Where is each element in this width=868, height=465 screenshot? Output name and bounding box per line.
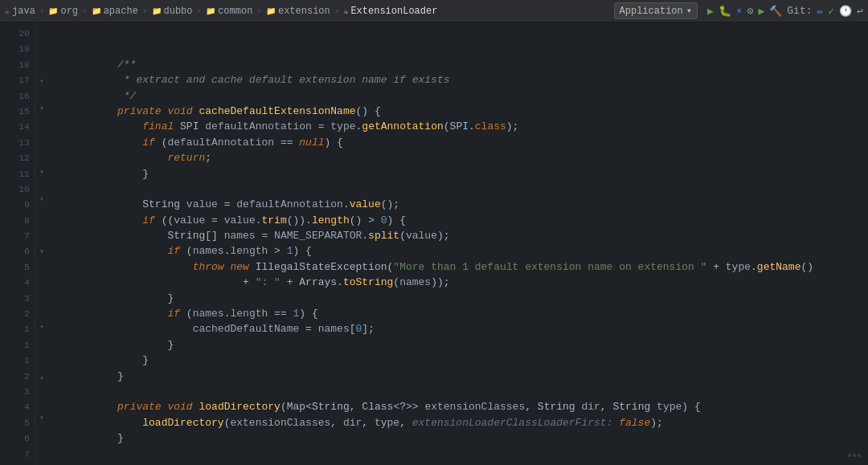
folder-icon-3: 📁 — [152, 6, 162, 16]
line-num: 7 — [10, 228, 30, 243]
profile-icon[interactable]: ⊙ — [747, 5, 754, 18]
run-icon[interactable]: ▶ — [707, 5, 714, 18]
fold-indicator[interactable]: ▾ — [39, 192, 44, 207]
folder-icon-5: 📁 — [266, 6, 276, 16]
line-num: 14 — [10, 119, 30, 134]
toolbar-icons: ▶ 🐛 ⚡ ⊙ ▶ 🔨 Git: ✏ ✓ 🕐 ↩ — [707, 5, 863, 18]
folder-icon-4: 📁 — [206, 6, 215, 16]
fold-indicator[interactable]: ▾ — [39, 410, 44, 426]
git-back-icon[interactable]: ↩ — [857, 5, 863, 18]
run2-icon[interactable]: ▶ — [758, 5, 764, 18]
breadcrumb-apache[interactable]: 📁 apache — [92, 6, 138, 17]
line-num: 3 — [10, 291, 30, 306]
line-num: 13 — [10, 135, 30, 150]
coverage-icon[interactable]: ⚡ — [736, 5, 743, 18]
breadcrumb-org-label: org — [60, 6, 78, 17]
code-editor: 20 19 18 17 16 15 14 13 12 11 10 9 8 7 6… — [0, 22, 868, 465]
line-num: 1 — [10, 321, 30, 337]
line-num: 19 — [10, 41, 30, 56]
line-num: 15 — [10, 104, 30, 119]
breadcrumb-common[interactable]: 📁 common — [206, 6, 252, 17]
folder-icon-2: 📁 — [92, 6, 101, 16]
git-history-icon[interactable]: 🕐 — [839, 5, 852, 18]
line-num: 10 — [10, 182, 30, 197]
line-num: 9 — [10, 197, 30, 212]
code-content[interactable]: /** * extract and cache default extensio… — [48, 22, 868, 465]
line-num: 3 — [10, 384, 30, 399]
code-line — [55, 166, 868, 182]
code-line: } — [55, 337, 868, 353]
code-line: private void cacheDefaultExtensionName()… — [55, 88, 868, 104]
breadcrumb-extension-label: extension — [278, 6, 330, 17]
code-line — [55, 26, 868, 41]
line-num: 4 — [10, 275, 30, 290]
git-label: Git: — [787, 5, 812, 17]
line-num: 5 — [10, 259, 30, 275]
breadcrumb-extension[interactable]: 📁 extension — [266, 6, 330, 17]
build-icon[interactable]: 🔨 — [769, 5, 782, 18]
application-selector[interactable]: Application ▾ — [614, 2, 698, 19]
fold-gutter: ▾ ▾ ▾ ▾ ▾ ▾ ▾ ▾ — [35, 22, 48, 465]
breadcrumb-dubbo-label: dubbo — [164, 6, 193, 17]
code-line: } — [55, 353, 868, 368]
code-line: private void loadDirectory(Map<String, C… — [55, 447, 868, 462]
line-numbers-gutter: 20 19 18 17 16 15 14 13 12 11 10 9 8 7 6… — [0, 22, 35, 465]
breadcrumb-java[interactable]: ☕ java — [5, 6, 35, 17]
line-num: 8 — [10, 462, 30, 465]
line-num: 6 — [10, 243, 30, 259]
fold-indicator[interactable]: ▾ — [39, 320, 44, 335]
git-edit-icon[interactable]: ✏ — [817, 5, 824, 18]
code-line: if (names.length == 1) { — [55, 291, 868, 306]
dropdown-arrow-icon: ▾ — [686, 5, 692, 17]
code-line: String value = defaultAnnotation.value()… — [55, 182, 868, 197]
code-line: /** — [55, 41, 868, 56]
application-label: Application — [620, 6, 683, 17]
line-num: 12 — [10, 150, 30, 165]
line-num: 7 — [10, 447, 30, 462]
breadcrumb-common-label: common — [218, 6, 252, 17]
fold-indicator[interactable]: ▾ — [39, 371, 44, 386]
fold-indicator[interactable]: ▾ — [39, 101, 44, 116]
fold-indicator[interactable]: ▾ — [39, 244, 44, 259]
line-num: 17 — [10, 72, 30, 88]
git-check-icon[interactable]: ✓ — [828, 5, 834, 18]
fold-indicator[interactable]: ▾ — [39, 74, 44, 89]
line-num: 6 — [10, 430, 30, 446]
fold-indicator[interactable]: ▾ — [39, 165, 44, 180]
line-num: 1 — [10, 337, 30, 353]
line-num: 20 — [10, 26, 30, 41]
line-num: 8 — [10, 213, 30, 228]
line-num: 4 — [10, 399, 30, 414]
code-line: * extract and cache default extension na… — [55, 57, 868, 72]
code-line — [55, 430, 868, 446]
breadcrumb-java-label: java — [12, 6, 35, 17]
code-line: private void loadDirectory(Map<String, C… — [55, 384, 868, 399]
line-num: 18 — [10, 57, 30, 72]
code-line — [55, 369, 868, 384]
line-num: 2 — [10, 306, 30, 321]
breadcrumb-org[interactable]: 📁 org — [48, 6, 78, 17]
line-num: 1 — [10, 353, 30, 368]
line-num: 11 — [10, 166, 30, 182]
debug-icon[interactable]: 🐛 — [719, 5, 731, 18]
line-num: 16 — [10, 88, 30, 104]
breadcrumb-extensionloader[interactable]: ☕ ExtensionLoader — [343, 6, 437, 17]
java-file-icon: ☕ — [343, 6, 348, 16]
folder-icon: 📁 — [48, 6, 58, 16]
breadcrumb-apache-label: apache — [104, 6, 138, 17]
line-num: 2 — [10, 369, 30, 384]
java-icon: ☕ — [5, 6, 10, 16]
breadcrumb-dubbo[interactable]: 📁 dubbo — [152, 6, 193, 17]
topbar: ☕ java › 📁 org › 📁 apache › 📁 dubbo › 📁 … — [0, 0, 868, 22]
breadcrumb-extensionloader-label: ExtensionLoader — [350, 6, 437, 17]
line-num: 5 — [10, 415, 30, 430]
